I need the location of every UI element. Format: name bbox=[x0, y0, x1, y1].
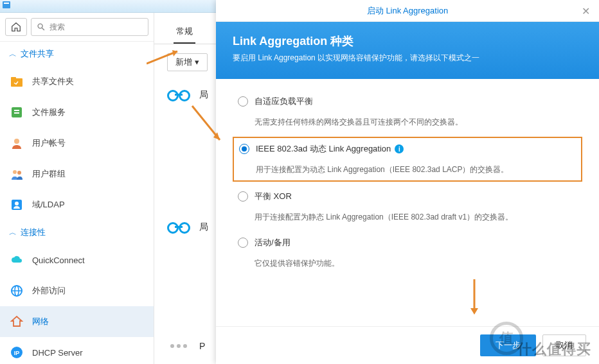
interface-label: P bbox=[199, 341, 205, 351]
radio-icon bbox=[238, 96, 248, 107]
group-icon bbox=[9, 166, 24, 182]
folder-icon bbox=[9, 74, 24, 89]
radio-desc: 它仅提供容错保护功能。 bbox=[255, 257, 577, 269]
radio-label: 自适应负载平衡 bbox=[255, 96, 577, 107]
radio-label: 平衡 XOR bbox=[255, 191, 577, 202]
sidebar-item-label: 域/LDAP bbox=[32, 199, 65, 211]
modal-titlebar: 启动 Link Aggregation ✕ bbox=[216, 0, 599, 22]
file-service-icon bbox=[9, 105, 24, 120]
modal-subheading: 要启用 Link Aggregation 以实现网络容错保护功能，请选择以下模式… bbox=[233, 53, 582, 64]
sidebar: 搜索 ︿ 文件共享 共享文件夹 文件服务 用户帐号 用户群组 域/LDAP bbox=[0, 13, 154, 364]
sidebar-item-dhcp[interactable]: IP DHCP Server bbox=[0, 337, 154, 364]
svg-point-10 bbox=[13, 170, 17, 174]
svg-rect-8 bbox=[14, 112, 19, 114]
radio-desc: 无需支持任何特殊的网络交换器且可连接两个不同的交换器。 bbox=[255, 116, 577, 128]
tab-general[interactable]: 常规 bbox=[174, 21, 195, 44]
svg-text:IP: IP bbox=[14, 350, 20, 356]
radio-icon bbox=[238, 191, 248, 202]
sidebar-item-label: 外部访问 bbox=[32, 285, 66, 297]
sidebar-item-network[interactable]: 网络 bbox=[0, 306, 154, 337]
new-button[interactable]: 新增 ▾ bbox=[167, 53, 208, 71]
info-icon[interactable]: i bbox=[395, 144, 404, 153]
sidebar-item-label: 网络 bbox=[32, 316, 49, 327]
interface-label: 局 bbox=[199, 221, 208, 233]
sidebar-item-shared-folder[interactable]: 共享文件夹 bbox=[0, 66, 154, 97]
sidebar-item-quickconnect[interactable]: QuickConnect bbox=[0, 245, 154, 275]
radio-adaptive-load-balancing[interactable]: 自适应负载平衡 无需支持任何特殊的网络交换器且可连接两个不同的交换器。 bbox=[233, 91, 582, 133]
user-icon bbox=[9, 135, 24, 151]
svg-rect-7 bbox=[14, 110, 19, 111]
search-icon bbox=[37, 22, 46, 31]
radio-desc: 用于连接配置为动态 Link Aggregation（IEEE 802.3ad … bbox=[256, 164, 576, 175]
chevron-up-icon: ︿ bbox=[9, 49, 17, 60]
svg-rect-5 bbox=[11, 77, 16, 80]
lan-icon bbox=[167, 89, 190, 101]
lan-icon bbox=[167, 221, 190, 233]
modal-title: 启动 Link Aggregation bbox=[367, 5, 448, 17]
sidebar-item-file-services[interactable]: 文件服务 bbox=[0, 97, 154, 128]
sidebar-item-label: QuickConnect bbox=[32, 256, 85, 265]
modal-heading: Link Aggregation 种类 bbox=[233, 33, 582, 49]
svg-point-11 bbox=[17, 171, 21, 175]
radio-active-backup[interactable]: 活动/备用 它仅提供容错保护功能。 bbox=[233, 232, 582, 274]
sidebar-item-user[interactable]: 用户帐号 bbox=[0, 128, 154, 159]
search-input[interactable]: 搜索 bbox=[31, 18, 148, 36]
sidebar-item-label: 共享文件夹 bbox=[32, 76, 74, 87]
section-fileshare[interactable]: ︿ 文件共享 bbox=[0, 42, 154, 66]
svg-rect-0 bbox=[3, 1, 10, 8]
sidebar-item-label: DHCP Server bbox=[32, 348, 83, 358]
network-icon bbox=[9, 314, 24, 329]
ppp-icon bbox=[167, 344, 190, 348]
cloud-icon bbox=[9, 252, 24, 268]
home-icon bbox=[10, 21, 22, 33]
chevron-up-icon: ︿ bbox=[9, 227, 17, 238]
radio-icon bbox=[239, 144, 249, 154]
close-icon[interactable]: ✕ bbox=[582, 5, 590, 17]
window-icon bbox=[1, 0, 13, 10]
svg-point-2 bbox=[38, 24, 42, 28]
ldap-icon bbox=[9, 197, 24, 212]
watermark-text: 什么值得买 bbox=[517, 340, 591, 359]
link-aggregation-wizard: 启动 Link Aggregation ✕ Link Aggregation 种… bbox=[216, 0, 599, 364]
dhcp-icon: IP bbox=[9, 345, 24, 360]
sidebar-item-ldap[interactable]: 域/LDAP bbox=[0, 189, 154, 220]
modal-body: 自适应负载平衡 无需支持任何特殊的网络交换器且可连接两个不同的交换器。 IEEE… bbox=[216, 79, 599, 326]
modal-header: Link Aggregation 种类 要启用 Link Aggregation… bbox=[216, 22, 599, 79]
radio-balance-xor[interactable]: 平衡 XOR 用于连接配置为静态 Link Aggregation（IEEE 8… bbox=[233, 186, 582, 228]
interface-label: 局 bbox=[199, 89, 208, 101]
radio-label: 活动/备用 bbox=[255, 237, 577, 248]
radio-icon bbox=[238, 238, 248, 248]
section-connectivity[interactable]: ︿ 连接性 bbox=[0, 220, 154, 245]
svg-line-3 bbox=[42, 28, 44, 30]
sidebar-item-external-access[interactable]: 外部访问 bbox=[0, 275, 154, 306]
sidebar-item-label: 用户帐号 bbox=[32, 137, 66, 149]
globe-icon bbox=[9, 283, 24, 299]
svg-point-9 bbox=[14, 139, 19, 144]
home-button[interactable] bbox=[5, 18, 27, 36]
svg-rect-1 bbox=[4, 3, 9, 4]
svg-point-13 bbox=[15, 202, 19, 205]
radio-desc: 用于连接配置为静态 Link Aggregation（IEEE 802.3ad … bbox=[255, 211, 577, 223]
radio-label: IEEE 802.3ad 动态 Link Aggregation i bbox=[256, 143, 576, 155]
sidebar-item-group[interactable]: 用户群组 bbox=[0, 159, 154, 189]
search-placeholder: 搜索 bbox=[49, 22, 65, 33]
sidebar-item-label: 文件服务 bbox=[32, 107, 66, 118]
sidebar-item-label: 用户群组 bbox=[32, 168, 66, 180]
radio-ieee-8023ad[interactable]: IEEE 802.3ad 动态 Link Aggregation i 用于连接配… bbox=[233, 137, 582, 182]
